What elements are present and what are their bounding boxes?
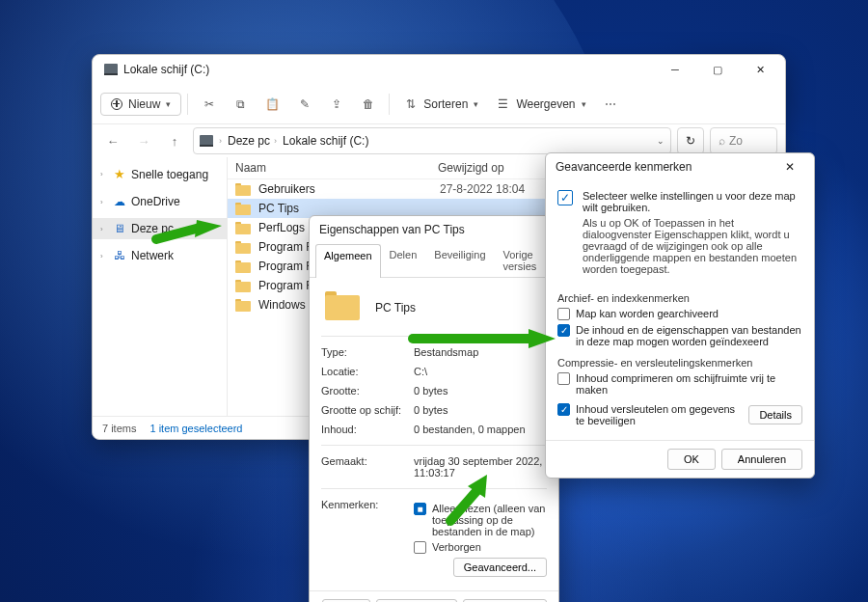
separator [321,445,547,446]
paste-button[interactable]: 📋 [258,92,287,116]
chevron-right-icon: › [100,170,108,178]
checkbox-label: Inhoud versleutelen om gegevens te bevei… [576,403,743,426]
dialog-titlebar[interactable]: Eigenschappen van PC Tips [310,216,558,243]
header-line2: Als u op OK of Toepassen in het dialoogv… [583,217,802,275]
sidebar-item-label: Deze pc [131,222,174,235]
checkbox-encrypt[interactable]: ✓ Inhoud versleutelen om gegevens te bev… [557,403,743,426]
sidebar-item-onedrive[interactable]: › ☁ OneDrive [93,191,227,212]
label-type: Type: [321,346,414,358]
folder-name-field[interactable]: PC Tips [375,301,416,315]
tab-sharing[interactable]: Delen [381,243,426,277]
chevron-right-icon: › [100,198,108,206]
checkbox-icon: ✓ [557,324,570,337]
checkbox-icon: ■ [414,503,426,515]
pc-icon: 🖥 [114,222,125,235]
network-icon: 🖧 [114,249,125,262]
tab-general[interactable]: Algemeen [315,244,381,278]
view-button[interactable]: ☰ Weergeven ▾ [488,92,593,116]
checkbox-compress[interactable]: Inhoud comprimeren om schijfruimte vrij … [557,372,802,396]
share-button[interactable]: ⇪ [321,92,351,116]
header-line1: Selecteer welke instellingen u voor deze… [583,190,802,213]
cut-button[interactable]: ✂ [194,92,224,116]
checkbox-icon [414,541,426,554]
refresh-button[interactable]: ↻ [677,127,704,154]
share-icon: ⇪ [329,96,343,111]
sidebar-item-this-pc[interactable]: › 🖥 Deze pc [93,218,227,239]
advanced-button[interactable]: Geavanceerd... [453,558,547,577]
close-button[interactable]: ✕ [775,160,804,174]
chevron-right-icon: › [100,252,108,260]
sidebar-item-quick-access[interactable]: › ★ Snelle toegang [93,163,227,185]
tab-strip: Algemeen Delen Beveiliging Vorige versie… [310,243,558,278]
chevron-right-icon: › [274,136,277,146]
checkbox-label: Inhoud comprimeren om schijfruimte vrij … [576,372,802,396]
folder-icon [235,183,251,196]
label-attributes: Kenmerken: [321,499,414,510]
checkbox-index[interactable]: ✓ De inhoud en de eigenschappen van best… [557,324,802,347]
label-contains: Inhoud: [321,424,414,435]
chevron-down-icon[interactable]: ⌄ [657,136,665,146]
sidebar: › ★ Snelle toegang › ☁ OneDrive › 🖥 Deze… [93,157,228,416]
column-modified[interactable]: Gewijzigd op [438,161,504,175]
section-archive-index: Archief- en indexkenmerken [557,292,802,304]
new-button[interactable]: Nieuw ▾ [100,93,181,116]
address-bar[interactable]: › Deze pc › Lokale schijf (C:) ⌄ [193,127,671,154]
paste-icon: 📋 [265,96,280,111]
breadcrumb-label: Deze pc [228,134,270,148]
status-count: 7 items [102,423,136,434]
label-location: Locatie: [321,366,414,377]
column-name[interactable]: Naam [235,161,438,175]
chevron-right-icon: › [219,136,222,146]
folder-icon [235,203,251,215]
minimize-button[interactable]: ─ [654,55,696,84]
drive-icon [104,64,118,75]
search-placeholder: Zo [729,134,743,148]
sort-button[interactable]: ⇅ Sorteren ▾ [395,92,486,116]
checkbox-icon [557,372,570,385]
breadcrumb-drive[interactable]: Lokale schijf (C:) [283,134,368,148]
breadcrumb-pc[interactable]: Deze pc › [228,134,279,148]
rename-button[interactable]: ✎ [289,92,319,116]
search-input[interactable]: ⌕ Zo [710,127,777,154]
label-size: Grootte: [321,385,414,397]
maximize-button[interactable]: ▢ [696,55,739,84]
forward-button[interactable]: → [131,128,156,153]
toolbar: Nieuw ▾ ✂ ⧉ 📋 ✎ ⇪ 🗑 ⇅ Sorteren ▾ ☰ Weerg… [93,84,785,124]
dialog-title: Geavanceerde kenmerken [556,160,692,174]
checkbox-label: Verborgen [432,541,481,553]
cloud-icon: ☁ [114,195,125,208]
status-selected: 1 item geselecteerd [149,423,242,434]
tab-previous-versions[interactable]: Vorige versies [495,243,546,277]
view-icon: ☰ [496,96,510,111]
close-button[interactable]: ✕ [739,55,781,84]
chevron-down-icon: ▾ [582,99,586,109]
trash-icon: 🗑 [361,96,375,111]
back-button[interactable]: ← [100,128,125,153]
value-location: C:\ [414,366,547,377]
value-type: Bestandsmap [414,346,547,358]
sidebar-item-label: Netwerk [131,249,174,262]
delete-button[interactable]: 🗑 [353,92,383,116]
chevron-down-icon: ▾ [474,99,478,109]
search-icon: ⌕ [719,134,725,148]
more-button[interactable]: ⋯ [596,92,626,116]
dialog-titlebar[interactable]: Geavanceerde kenmerken ✕ [546,153,814,180]
sidebar-item-network[interactable]: › 🖧 Netwerk [93,245,227,266]
ok-button[interactable]: OK [667,449,716,470]
dialog-button-row: OK Annuleren [546,440,814,478]
up-button[interactable]: ↑ [162,128,187,153]
checkbox-hidden[interactable]: Verborgen [414,541,547,554]
cancel-button[interactable]: Annuleren [721,449,802,470]
titlebar[interactable]: Lokale schijf (C:) ─ ▢ ✕ [93,55,785,84]
tab-security[interactable]: Beveiliging [425,243,494,277]
sort-icon: ⇅ [403,96,418,111]
section-compress-encrypt: Compressie- en versleutelingskenmerken [557,357,802,369]
copy-button[interactable]: ⧉ [226,92,256,116]
cut-icon: ✂ [202,96,216,111]
checkbox-archive[interactable]: Map kan worden gearchiveerd [557,308,802,320]
rename-icon: ✎ [297,96,312,111]
checkbox-label: Map kan worden gearchiveerd [576,308,719,319]
chevron-down-icon: ▾ [166,99,171,109]
details-button[interactable]: Details [748,405,802,424]
checkbox-readonly[interactable]: ■ Alleen-lezen (alleen van toepassing op… [414,503,547,537]
